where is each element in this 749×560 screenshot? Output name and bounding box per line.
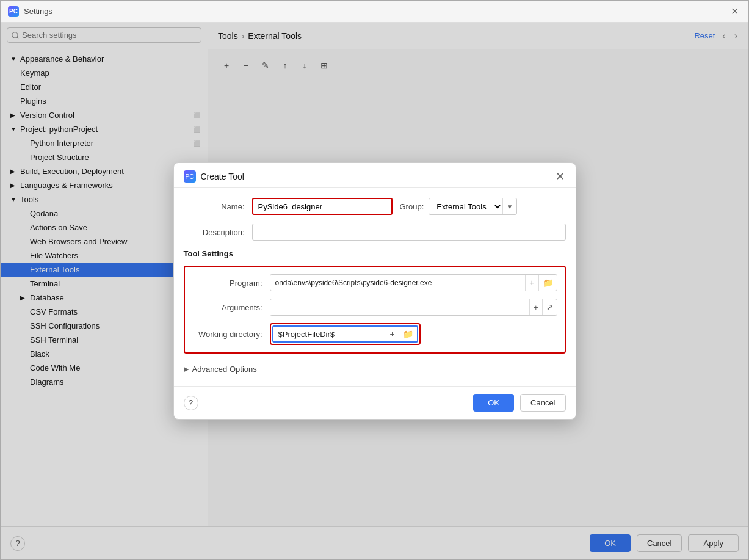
group-select[interactable]: External Tools [429, 200, 502, 214]
dialog-body: Name: Group: External Tools ▼ [174, 188, 576, 386]
program-folder-btn[interactable]: 📁 [538, 275, 557, 291]
dialog-ok-button[interactable]: OK [473, 394, 514, 412]
dialog-help-button[interactable]: ? [184, 396, 198, 410]
description-label: Description: [184, 228, 245, 237]
footer-left: ? [184, 396, 198, 410]
group-row: Group: External Tools ▼ [400, 198, 518, 215]
dialog-close-button[interactable]: ✕ [554, 171, 566, 182]
description-input[interactable] [252, 224, 566, 241]
working-dir-add-btn[interactable]: + [386, 327, 399, 341]
group-select-wrapper: External Tools ▼ [429, 198, 517, 215]
program-row: Program: onda\envs\pyside6\Scripts\pysid… [192, 274, 557, 291]
main-window: PC Settings ✕ ▼Appearance & BehaviorKeym… [0, 0, 749, 560]
right-panel: Tools › External Tools Reset ‹ › + − ✎ ↑… [208, 23, 748, 526]
create-tool-dialog: PC Create Tool ✕ Name: Group: [173, 162, 576, 420]
working-dir-input[interactable] [273, 327, 386, 341]
program-label: Program: [192, 278, 262, 288]
arguments-expand-btn[interactable]: ⤢ [542, 299, 557, 315]
group-label: Group: [400, 202, 424, 211]
program-input-wrapper: onda\envs\pyside6\Scripts\pyside6-design… [270, 274, 557, 291]
window-title: Settings [24, 7, 52, 16]
title-bar-left: PC Settings [8, 6, 52, 17]
footer-right: OK Cancel [473, 394, 565, 412]
dialog-title-text: Create Tool [201, 172, 244, 181]
working-dir-folder-btn[interactable]: 📁 [399, 327, 417, 341]
dialog-title-icon: PC [184, 170, 196, 183]
dialog-title-bar: PC Create Tool ✕ [174, 163, 576, 188]
name-group-row: Name: Group: External Tools ▼ [184, 198, 566, 215]
main-content: ▼Appearance & BehaviorKeymapEditorPlugin… [1, 23, 748, 526]
working-dir-inner: + 📁 [272, 325, 418, 343]
app-icon: PC [8, 6, 19, 17]
name-label: Name: [184, 202, 245, 211]
arguments-input[interactable] [270, 300, 529, 315]
dialog-cancel-button[interactable]: Cancel [520, 394, 565, 412]
arguments-add-btn[interactable]: + [529, 299, 542, 315]
arguments-input-wrapper: + ⤢ [270, 299, 557, 316]
dialog-title-left: PC Create Tool [184, 170, 244, 183]
name-input[interactable] [252, 198, 393, 215]
dropdown-arrow-icon: ▼ [502, 198, 516, 214]
window-controls: ✕ [728, 5, 741, 17]
arguments-row: Arguments: + ⤢ [192, 299, 557, 316]
advanced-label: Advanced Options [192, 365, 257, 374]
dialog-overlay: PC Create Tool ✕ Name: Group: [1, 23, 748, 526]
advanced-chevron-icon: ▶ [184, 365, 189, 373]
description-row: Description: [184, 224, 566, 241]
tool-settings-header: Tool Settings [184, 249, 566, 258]
working-dir-label: Working directory: [192, 330, 262, 339]
program-value: onda\envs\pyside6\Scripts\pyside6-design… [270, 276, 526, 289]
advanced-options[interactable]: ▶ Advanced Options [184, 362, 566, 376]
working-dir-outer: + 📁 [270, 323, 421, 345]
working-dir-row: Working directory: + 📁 [192, 323, 557, 345]
title-bar: PC Settings ✕ [1, 1, 748, 23]
arguments-label: Arguments: [192, 303, 262, 312]
close-button[interactable]: ✕ [728, 5, 741, 17]
dialog-footer: ? OK Cancel [174, 386, 576, 419]
program-add-btn[interactable]: + [525, 275, 538, 291]
tool-settings-box: Program: onda\envs\pyside6\Scripts\pysid… [184, 266, 566, 354]
